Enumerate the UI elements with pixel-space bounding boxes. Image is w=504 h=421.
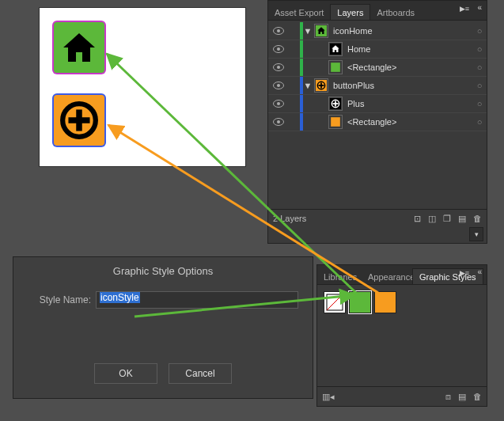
delete-style-icon[interactable]: 🗑 [473, 392, 482, 402]
layer-name-label[interactable]: Plus [346, 99, 472, 108]
svg-point-19 [277, 102, 280, 105]
style-name-input[interactable]: iconStyle [96, 291, 298, 309]
icon-plus-artwork[interactable] [54, 95, 104, 146]
graphic-styles-panel: Libraries Appearance Graphic Styles ▶≡ «… [316, 264, 487, 407]
layer-thumbnail [328, 115, 343, 129]
layer-row[interactable]: Home○ [268, 40, 487, 59]
tab-asset-export[interactable]: Asset Export [268, 5, 330, 20]
svg-rect-2 [68, 117, 89, 123]
visibility-toggle-icon[interactable] [268, 63, 289, 71]
layer-thumbnail [328, 60, 343, 74]
svg-point-10 [277, 66, 280, 69]
style-swatch-green[interactable] [349, 291, 371, 313]
panel-menu-icon[interactable]: ▶≡ [460, 269, 469, 277]
layer-row[interactable]: ▼buttonPlus○ [268, 77, 487, 95]
layer-name-label[interactable]: Home [346, 44, 472, 54]
layers-panel-footer: 2 Layers ⊡ ◫ ❐ ▤ 🗑 [268, 209, 487, 227]
layers-count-label: 2 Layers [273, 214, 306, 223]
layers-panel-tabbar: Asset Export Layers Artboards ▶≡ « [268, 1, 487, 21]
svg-point-13 [277, 84, 280, 87]
target-icon[interactable]: ○ [472, 44, 487, 54]
svg-rect-23 [333, 103, 339, 104]
disclosure-triangle-icon[interactable]: ▼ [303, 81, 313, 90]
gs-panel-tabbar: Libraries Appearance Graphic Styles ▶≡ « [317, 265, 487, 285]
ok-button[interactable]: OK [94, 363, 157, 384]
layer-row[interactable]: <Rectangle>○ [268, 59, 487, 77]
layer-thumbnail [314, 78, 328, 93]
target-icon[interactable]: ○ [472, 63, 487, 72]
visibility-toggle-icon[interactable] [268, 100, 289, 108]
layer-thumbnail [328, 97, 343, 111]
tab-artboards[interactable]: Artboards [370, 5, 421, 20]
disclosure-triangle-icon[interactable]: ▼ [303, 26, 313, 36]
svg-rect-17 [319, 85, 324, 86]
target-icon[interactable]: ○ [472, 81, 487, 90]
gs-panel-footer: ▥◂ ⧈ ▤ 🗑 [317, 386, 487, 406]
cancel-button[interactable]: Cancel [169, 363, 232, 384]
layer-row[interactable]: ▼iconHome○ [268, 22, 487, 40]
delete-layer-icon[interactable]: 🗑 [473, 214, 482, 224]
panel-resize-icon[interactable]: ▾ [469, 227, 483, 241]
graphic-styles-swatches [317, 285, 487, 320]
make-clipping-mask-icon[interactable]: ◫ [428, 214, 436, 224]
layers-list: ▼iconHome○Home○<Rectangle>○▼buttonPlus○P… [268, 21, 487, 131]
style-swatch-default[interactable] [324, 291, 346, 313]
layer-name-label[interactable]: iconHome [332, 26, 472, 36]
tab-layers[interactable]: Layers [330, 4, 370, 20]
tab-libraries[interactable]: Libraries [317, 269, 362, 284]
panel-collapse-icon[interactable]: « [477, 4, 482, 12]
style-swatch-orange[interactable] [374, 291, 396, 313]
target-icon[interactable]: ○ [472, 99, 487, 108]
panel-menu-icon[interactable]: ▶≡ [460, 5, 469, 13]
visibility-toggle-icon[interactable] [268, 118, 289, 126]
target-icon[interactable]: ○ [472, 117, 487, 127]
new-style-icon[interactable]: ▤ [458, 392, 466, 402]
svg-rect-26 [331, 117, 340, 127]
layer-row[interactable]: <Rectangle>○ [268, 113, 487, 131]
new-layer-icon[interactable]: ▤ [458, 214, 466, 224]
layer-name-label[interactable]: <Rectangle> [346, 117, 472, 127]
styles-library-menu-icon[interactable]: ▥◂ [322, 392, 335, 402]
target-icon[interactable]: ○ [472, 26, 487, 36]
layer-name-label[interactable]: <Rectangle> [346, 63, 472, 72]
icon-home-artwork[interactable] [54, 22, 104, 73]
tab-graphic-styles[interactable]: Graphic Styles [412, 268, 483, 284]
locate-object-icon[interactable]: ⊡ [414, 214, 421, 224]
layer-thumbnail [314, 24, 328, 38]
panel-collapse-icon[interactable]: « [477, 268, 482, 276]
layer-name-label[interactable]: buttonPlus [332, 81, 472, 90]
break-link-icon[interactable]: ⧈ [445, 392, 451, 402]
visibility-toggle-icon[interactable] [268, 82, 289, 89]
layer-row[interactable]: Plus○ [268, 95, 487, 113]
new-sublayer-icon[interactable]: ❐ [443, 214, 451, 224]
visibility-toggle-icon[interactable] [268, 27, 289, 35]
svg-point-25 [277, 120, 280, 123]
svg-point-7 [277, 47, 280, 51]
svg-rect-11 [331, 63, 340, 72]
svg-point-4 [277, 29, 280, 32]
visibility-toggle-icon[interactable] [268, 45, 289, 53]
artboard-canvas [40, 8, 245, 166]
tab-appearance[interactable]: Appearance [362, 269, 412, 284]
dialog-title: Graphic Style Options [13, 257, 313, 291]
layer-thumbnail [328, 42, 343, 56]
layers-panel: Asset Export Layers Artboards ▶≡ « ▼icon… [267, 0, 487, 244]
style-name-label: Style Name: [28, 294, 96, 305]
graphic-style-options-dialog: Graphic Style Options Style Name: iconSt… [13, 256, 313, 399]
